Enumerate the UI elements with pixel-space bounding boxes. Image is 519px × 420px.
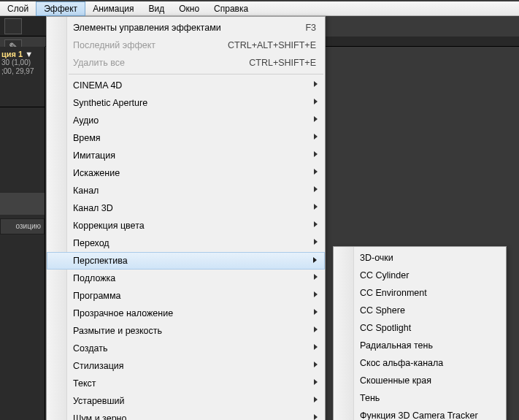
menuitem-эффект[interactable]: Эффект [36, 1, 85, 16]
menu-item-label: Аудио [73, 115, 99, 126]
chevron-right-icon [314, 186, 318, 192]
submenu-item-6[interactable]: Скос альфа-канала [334, 354, 506, 372]
effect-menu: Элементы управления эффектамиF3Последний… [46, 16, 326, 420]
menuitem-group-17[interactable]: Текст [47, 375, 325, 392]
menu-item-label: Создать [73, 343, 108, 354]
menu-item-label: Имитация [73, 150, 115, 161]
submenu-item-1[interactable]: CC Cylinder [334, 267, 506, 284]
menuitem-last-effect[interactable]: Последний эффектCTRL+ALT+SHIFT+E [47, 37, 325, 54]
menubar: СлойЭффектАнимацияВидОкноСправка [0, 1, 519, 16]
comp-name: ция 1 [1, 50, 23, 58]
tool-button[interactable] [4, 18, 22, 34]
menu-item-label: Подложка [73, 273, 115, 283]
menuitem-вид[interactable]: Вид [141, 2, 172, 15]
submenu-item-label: CC Sphere [360, 305, 405, 316]
menuitem-effect-controls[interactable]: Элементы управления эффектамиF3 [47, 19, 325, 37]
menu-item-label: Элементы управления эффектами [73, 23, 221, 33]
menuitem-group-0[interactable]: CINEMA 4D [47, 77, 325, 94]
submenu-item-label: Функция 3D Camera Tracker [360, 411, 478, 420]
menuitem-group-4[interactable]: Имитация [47, 147, 325, 164]
chevron-right-icon [314, 291, 318, 297]
menuitem-анимация[interactable]: Анимация [85, 2, 141, 15]
project-panel: ция 1 ▼ 30 (1,00) ;00, 29,97 озицию [0, 47, 45, 420]
menu-separator [69, 74, 323, 75]
menu-shortcut: CTRL+SHIFT+E [249, 56, 316, 69]
chevron-right-icon [314, 274, 318, 280]
menu-item-label: Текст [73, 378, 96, 389]
chevron-right-icon [314, 309, 318, 315]
chevron-right-icon [314, 414, 318, 420]
menuitem-group-16[interactable]: Стилизация [47, 357, 325, 375]
submenu-item-9[interactable]: Функция 3D Camera Tracker [334, 407, 506, 420]
menuitem-group-2[interactable]: Аудио [47, 112, 325, 129]
chevron-right-icon [314, 169, 318, 175]
panel-gray-strip [0, 193, 45, 215]
chevron-right-icon [314, 221, 318, 227]
submenu-item-8[interactable]: Тень [334, 389, 506, 407]
submenu-item-0[interactable]: 3D-очки [334, 249, 506, 267]
comp-title[interactable]: ция 1 ▼ [0, 47, 45, 58]
menuitem-group-8[interactable]: Коррекция цвета [47, 217, 325, 234]
submenu-item-label: Скос альфа-канала [360, 358, 443, 368]
menu-item-label: Время [73, 133, 101, 143]
menuitem-group-15[interactable]: Создать [47, 340, 325, 357]
menuitem-group-1[interactable]: Synthetic Aperture [47, 94, 325, 112]
menuitem-group-11[interactable]: Подложка [47, 270, 325, 287]
menu-item-label: Канал [73, 186, 99, 196]
submenu-item-5[interactable]: Радиальная тень [334, 337, 506, 354]
menuitem-group-12[interactable]: Программа [47, 287, 325, 305]
submenu-item-label: Тень [360, 393, 380, 403]
menuitem-group-10[interactable]: Перспектива [47, 252, 325, 270]
menuitem-слой[interactable]: Слой [0, 2, 36, 15]
submenu-item-label: CC Environment [360, 288, 427, 298]
submenu-item-label: Радиальная тень [360, 340, 433, 351]
chevron-right-icon [313, 257, 317, 263]
submenu-item-3[interactable]: CC Sphere [334, 302, 506, 319]
menu-item-label: Прозрачное наложение [73, 308, 173, 318]
submenu-item-7[interactable]: Скошенные края [334, 372, 506, 389]
menu-item-label: Переход [73, 238, 109, 248]
menu-shortcut: CTRL+ALT+SHIFT+E [228, 39, 316, 52]
menuitem-group-5[interactable]: Искажение [47, 164, 325, 182]
comp-info-line2: ;00, 29,97 [0, 67, 45, 76]
chevron-right-icon [314, 99, 318, 104]
menuitem-справка[interactable]: Справка [207, 2, 255, 15]
submenu-item-label: 3D-очки [360, 253, 393, 263]
chevron-right-icon [314, 116, 318, 122]
menuitem-group-18[interactable]: Устаревший [47, 392, 325, 410]
menu-item-label: Устаревший [73, 396, 124, 406]
menu-item-label: Канал 3D [73, 203, 113, 213]
submenu-item-label: CC Cylinder [360, 270, 409, 280]
chevron-right-icon [314, 344, 318, 350]
menuitem-group-6[interactable]: Канал [47, 182, 325, 199]
menu-item-label: Размытие и резкость [73, 326, 162, 336]
panel-button[interactable]: озицию [0, 218, 45, 234]
menuitem-group-13[interactable]: Прозрачное наложение [47, 305, 325, 322]
menu-item-label: Программа [73, 291, 121, 301]
menuitem-group-14[interactable]: Размытие и резкость [47, 322, 325, 340]
menu-item-label: Искажение [73, 168, 120, 178]
chevron-right-icon [314, 362, 318, 367]
menu-item-label: Перспектива [73, 256, 128, 266]
menuitem-group-9[interactable]: Переход [47, 234, 325, 252]
submenu-item-label: CC Spotlight [360, 323, 411, 333]
chevron-right-icon [314, 239, 318, 245]
menuitem-group-3[interactable]: Время [47, 129, 325, 147]
menu-item-label: Последний эффект [73, 40, 155, 50]
menuitem-group-7[interactable]: Канал 3D [47, 199, 325, 217]
submenu-item-4[interactable]: CC Spotlight [334, 319, 506, 337]
submenu-item-label: Скошенные края [360, 375, 431, 386]
menu-item-label: CINEMA 4D [73, 80, 122, 91]
toolbar: ✎ [0, 16, 46, 37]
chevron-right-icon [314, 327, 318, 332]
chevron-right-icon [314, 81, 318, 87]
menuitem-remove-all[interactable]: Удалить всеCTRL+SHIFT+E [47, 54, 325, 72]
menu-item-label: Удалить все [73, 58, 125, 68]
submenu-item-2[interactable]: CC Environment [334, 284, 506, 302]
chevron-right-icon [314, 204, 318, 210]
menuitem-окно[interactable]: Окно [172, 2, 207, 15]
perspective-submenu: 3D-очкиCC CylinderCC EnvironmentCC Spher… [333, 246, 507, 420]
menuitem-group-19[interactable]: Шум и зерно [47, 410, 325, 420]
chevron-right-icon [314, 134, 318, 140]
menu-shortcut: F3 [305, 21, 316, 34]
